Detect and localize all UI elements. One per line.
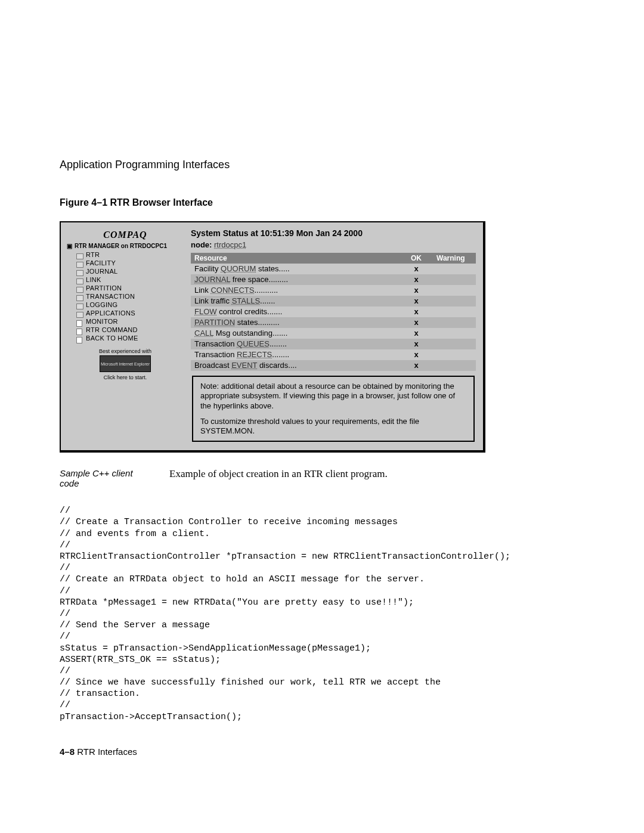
content-pane: System Status at 10:51:39 Mon Jan 24 200… (191, 228, 476, 443)
tree-item[interactable]: RTR (76, 250, 184, 259)
ok-cell: x (400, 285, 433, 296)
page-footer: 4–8 RTR Interfaces (60, 747, 596, 757)
sample-code-description: Example of object creation in an RTR cli… (169, 468, 596, 488)
tree-root[interactable]: RTR MANAGER on RTRDOCPC1 (67, 243, 184, 249)
warning-cell (433, 328, 476, 339)
resource-cell: Link CONNECTS........... (191, 285, 400, 296)
resource-link[interactable]: JOURNAL (194, 275, 230, 284)
click-here-link[interactable]: Click here to start. (67, 374, 184, 380)
resource-cell: Transaction QUEUES........ (191, 339, 400, 349)
table-row: CALL Msg outstanding.......x (191, 328, 476, 339)
table-row: FLOW control credits.......x (191, 306, 476, 317)
warning-cell (433, 306, 476, 317)
node-line: node: rtrdocpc1 (191, 240, 476, 249)
resource-link[interactable]: EVENT (231, 361, 257, 370)
table-row: Broadcast EVENT discards....x (191, 360, 476, 371)
tree-item[interactable]: BACK TO HOME (76, 334, 184, 342)
col-ok: OK (400, 253, 433, 264)
ie-badge-icon[interactable]: Microsoft Internet Explorer (100, 355, 151, 372)
tree-item[interactable]: APPLICATIONS (76, 309, 184, 317)
tree-item[interactable]: JOURNAL (76, 267, 184, 275)
resource-cell: Broadcast EVENT discards.... (191, 360, 400, 371)
tree-item[interactable]: TRANSACTION (76, 292, 184, 301)
resource-cell: Link traffic STALLS....... (191, 296, 400, 306)
best-experienced-text: Best experienced with (67, 348, 184, 354)
warning-cell (433, 264, 476, 274)
warning-cell (433, 296, 476, 306)
resource-cell: JOURNAL free space......... (191, 274, 400, 285)
col-warning: Warning (433, 253, 476, 264)
resource-cell: FLOW control credits....... (191, 306, 400, 317)
tree-root-label: RTR MANAGER on RTRDOCPC1 (75, 243, 167, 249)
tree-item[interactable]: PARTITION (76, 284, 184, 292)
ok-cell: x (400, 317, 433, 328)
code-sample: // // Create a Transaction Controller to… (60, 505, 596, 723)
resource-table: Resource OK Warning Facility QUORUM stat… (191, 253, 476, 371)
node-link[interactable]: rtrdocpc1 (214, 240, 246, 249)
warning-cell (433, 349, 476, 360)
table-row: Transaction QUEUES........x (191, 339, 476, 349)
figure-caption: Figure 4–1 RTR Browser Interface (60, 197, 596, 208)
resource-link[interactable]: PARTITION (194, 318, 235, 327)
warning-cell (433, 360, 476, 371)
footer-title: RTR Interfaces (77, 747, 137, 757)
note-paragraph-1: Note: additional detail about a resource… (200, 382, 466, 411)
tree-item[interactable]: RTR COMMAND (76, 326, 184, 334)
resource-cell: CALL Msg outstanding....... (191, 328, 400, 339)
resource-link[interactable]: STALLS (232, 296, 260, 305)
table-row: Link CONNECTS...........x (191, 285, 476, 296)
tree-footer: Best experienced with Microsoft Internet… (67, 348, 184, 380)
tree-item[interactable]: LINK (76, 275, 184, 284)
ok-cell: x (400, 360, 433, 371)
browser-screenshot: COMPAQ RTR MANAGER on RTRDOCPC1 RTRFACIL… (60, 221, 485, 453)
col-resource: Resource (191, 253, 400, 264)
warning-cell (433, 339, 476, 349)
node-label: node: (191, 240, 212, 249)
table-row: PARTITION states..........x (191, 317, 476, 328)
ok-cell: x (400, 306, 433, 317)
table-row: JOURNAL free space.........x (191, 274, 476, 285)
warning-cell (433, 274, 476, 285)
tree-list: RTRFACILITYJOURNALLINKPARTITIONTRANSACTI… (67, 250, 184, 342)
table-row: Facility QUORUM states.....x (191, 264, 476, 274)
resource-cell: Facility QUORUM states..... (191, 264, 400, 274)
resource-link[interactable]: REJECTS (237, 350, 272, 359)
ok-cell: x (400, 328, 433, 339)
ok-cell: x (400, 339, 433, 349)
note-box: Note: additional detail about a resource… (192, 376, 475, 442)
note-paragraph-2: To customize threshold values to your re… (200, 417, 466, 436)
resource-cell: Transaction REJECTS........ (191, 349, 400, 360)
sample-code-label: Sample C++ client code (60, 468, 149, 488)
ok-cell: x (400, 264, 433, 274)
warning-cell (433, 317, 476, 328)
resource-link[interactable]: QUORUM (221, 264, 256, 273)
warning-cell (433, 285, 476, 296)
resource-cell: PARTITION states.......... (191, 317, 400, 328)
table-row: Transaction REJECTS........x (191, 349, 476, 360)
table-row: Link traffic STALLS.......x (191, 296, 476, 306)
ok-cell: x (400, 274, 433, 285)
status-heading: System Status at 10:51:39 Mon Jan 24 200… (191, 228, 476, 238)
resource-link[interactable]: FLOW (194, 307, 217, 316)
section-header: Application Programming Interfaces (60, 159, 596, 171)
ok-cell: x (400, 296, 433, 306)
compaq-logo: COMPAQ (67, 228, 184, 243)
tree-item[interactable]: FACILITY (76, 259, 184, 267)
resource-link[interactable]: QUEUES (237, 339, 270, 348)
page-number: 4–8 (60, 747, 75, 757)
tree-item[interactable]: LOGGING (76, 301, 184, 309)
ok-cell: x (400, 349, 433, 360)
resource-link[interactable]: CONNECTS (210, 286, 254, 295)
tree-item[interactable]: MONITOR (76, 317, 184, 326)
resource-link[interactable]: CALL (194, 329, 213, 337)
tree-pane: COMPAQ RTR MANAGER on RTRDOCPC1 RTRFACIL… (67, 228, 184, 443)
